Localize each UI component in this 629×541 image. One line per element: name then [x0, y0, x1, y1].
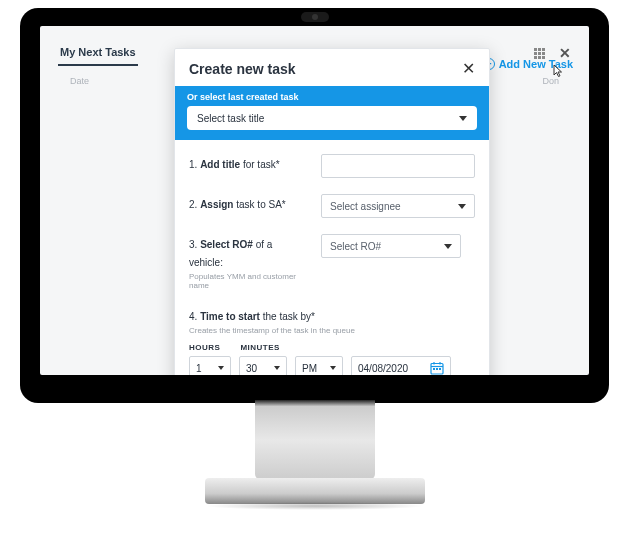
step-1-label: 1. Add title for task* — [189, 159, 280, 170]
app-screen: My Next Tasks ✕ + Add New Task Date T Tr… — [40, 26, 589, 375]
task-title-select[interactable]: Select task title — [187, 106, 477, 130]
task-title-input[interactable] — [321, 154, 475, 178]
chevron-down-icon — [218, 366, 224, 370]
calendar-icon — [430, 361, 444, 375]
ampm-select[interactable]: PM — [295, 356, 343, 375]
step-4-row: 4. Time to start the task by* Creates th… — [189, 306, 475, 375]
chevron-down-icon — [330, 366, 336, 370]
step-3-sub: Populates YMM and customer name — [189, 272, 309, 290]
step-3-row: 3. Select RO# of a vehicle: Populates YM… — [189, 234, 475, 290]
monitor-frame: My Next Tasks ✕ + Add New Task Date T Tr… — [20, 8, 609, 403]
bg-col: Date — [70, 76, 89, 86]
monitor-stand-neck — [255, 400, 375, 480]
ro-number-select[interactable]: Select RO# — [321, 234, 461, 258]
svg-rect-5 — [436, 368, 438, 370]
recent-task-banner: Or select last created task Select task … — [175, 86, 489, 140]
step-3-label: 3. Select RO# of a vehicle: — [189, 239, 272, 268]
ampm-value: PM — [302, 363, 317, 374]
step-4-sub: Creates the timestamp of the task in the… — [189, 326, 475, 335]
svg-rect-4 — [433, 368, 435, 370]
hours-value: 1 — [196, 363, 202, 374]
assignee-select[interactable]: Select assignee — [321, 194, 475, 218]
chevron-down-icon — [274, 366, 280, 370]
assignee-select-text: Select assignee — [330, 201, 401, 212]
grid-view-icon[interactable] — [534, 48, 545, 59]
monitor-stand-base — [205, 478, 425, 504]
svg-rect-6 — [439, 368, 441, 370]
step-4-label: 4. Time to start the task by* — [189, 311, 315, 322]
hours-label: HOURS — [189, 343, 220, 352]
step-2-label: 2. Assign task to SA* — [189, 199, 286, 210]
banner-hint: Or select last created task — [187, 92, 477, 102]
minutes-value: 30 — [246, 363, 257, 374]
camera-notch — [301, 12, 329, 22]
date-value: 04/08/2020 — [358, 363, 408, 374]
task-title-select-text: Select task title — [197, 113, 264, 124]
step-2-row: 2. Assign task to SA* Select assignee — [189, 194, 475, 218]
minutes-select[interactable]: 30 — [239, 356, 287, 375]
hours-select[interactable]: 1 — [189, 356, 231, 375]
modal-close-button[interactable]: ✕ — [462, 59, 475, 78]
minutes-label: MINUTES — [240, 343, 280, 352]
chevron-down-icon — [459, 116, 467, 121]
modal-title: Create new task — [189, 61, 296, 77]
chevron-down-icon — [458, 204, 466, 209]
ro-number-select-text: Select RO# — [330, 241, 381, 252]
create-task-modal: Create new task ✕ Or select last created… — [174, 48, 490, 375]
bg-col: Don — [542, 76, 559, 86]
date-input[interactable]: 04/08/2020 — [351, 356, 451, 375]
step-1-row: 1. Add title for task* — [189, 154, 475, 178]
chevron-down-icon — [444, 244, 452, 249]
tab-my-next-tasks[interactable]: My Next Tasks — [58, 40, 138, 66]
